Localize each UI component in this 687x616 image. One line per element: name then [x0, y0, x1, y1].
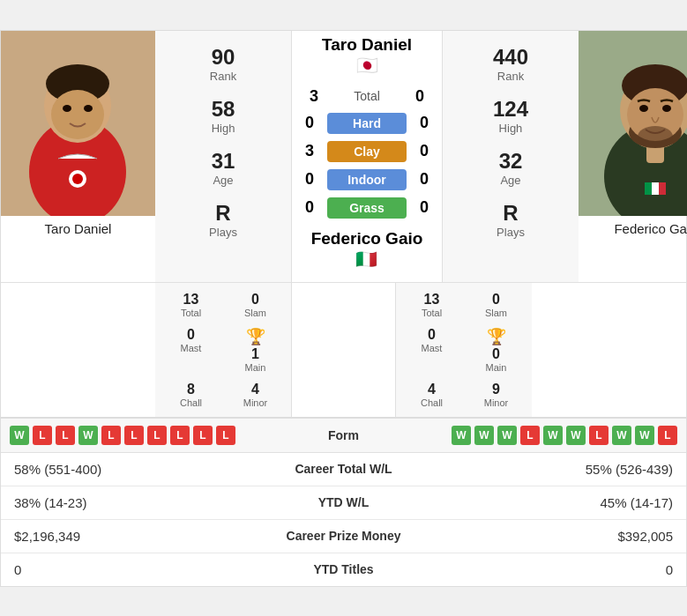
grass-right: 0: [407, 198, 442, 217]
stats-right-2: $392,005: [432, 529, 674, 544]
stats-right-1: 45% (14-17): [432, 495, 674, 510]
stats-row-1: 38% (14-23)YTD W/L45% (14-17): [1, 486, 686, 520]
stats-row-3: 0YTD Titles0: [1, 553, 686, 586]
stats-left-1: 38% (14-23): [14, 495, 256, 510]
stats-left-0: 58% (551-400): [14, 462, 256, 477]
right-stats-column: 440 Rank 124 High 32 Age R Plays: [442, 31, 579, 282]
clay-button: Clay: [327, 141, 407, 162]
stats-row-2: $2,196,349Career Prize Money$392,005: [1, 520, 686, 553]
left-form-badge-9: L: [216, 426, 235, 445]
svg-point-18: [638, 126, 673, 147]
grass-button: Grass: [327, 197, 407, 219]
stats-left-2: $2,196,349: [14, 529, 256, 544]
stats-row-0: 58% (551-400)Career Total W/L55% (526-43…: [1, 453, 686, 486]
left-form-badge-7: L: [170, 426, 190, 445]
grass-row: 0 Grass 0: [292, 197, 442, 219]
clay-left: 3: [292, 142, 327, 160]
stats-table: 58% (551-400)Career Total W/L55% (526-43…: [1, 453, 686, 586]
svg-rect-21: [659, 182, 666, 195]
left-stats-column: 90 Rank 58 High 31 Age R Plays: [155, 31, 292, 282]
total-label: Total: [332, 89, 402, 103]
indoor-left: 0: [292, 170, 327, 189]
left-form-badge-8: L: [193, 426, 213, 445]
right-form-badge-3: L: [520, 426, 540, 445]
right-total-stat: 13 Total: [402, 292, 461, 318]
svg-rect-19: [645, 182, 652, 195]
right-form-badge-4: W: [543, 426, 563, 445]
right-slam-stat: 0 Slam: [467, 292, 526, 318]
right-form-badge-7: W: [612, 426, 631, 445]
svg-point-4: [51, 90, 104, 139]
left-plays-stat: R Plays: [209, 201, 237, 239]
hard-right: 0: [407, 114, 442, 132]
left-minor-stat: 4 Minor: [226, 382, 285, 408]
total-left: 3: [296, 87, 332, 106]
right-sub-photo-spacer: [532, 283, 686, 417]
right-form-badge-0: W: [452, 426, 471, 445]
left-sub-stats: 13 Total 0 Slam 0 Mast 🏆 1 Main: [155, 283, 292, 417]
left-sub-photo-spacer: [1, 283, 155, 417]
svg-point-5: [63, 105, 71, 112]
right-mast-stat: 0 Mast: [402, 327, 461, 373]
left-form-badge-1: L: [33, 426, 52, 445]
right-minor-stat: 9 Minor: [467, 382, 526, 408]
player-comparison: Taro Daniel 90 Rank 58 High 31 Age R Pla…: [1, 31, 686, 282]
right-flag: 🇮🇹: [355, 249, 377, 270]
form-section: WLLWLLLLLL Form WWWLWWLWWL: [1, 419, 686, 453]
grass-left: 0: [292, 198, 327, 217]
left-form: WLLWLLLLLL: [10, 426, 291, 445]
right-main-stat: 🏆 0 Main: [467, 327, 526, 373]
right-form-badge-1: W: [474, 426, 494, 445]
right-form-badge-9: L: [658, 426, 677, 445]
total-right: 0: [402, 87, 437, 106]
svg-point-6: [84, 105, 93, 112]
stats-label-2: Career Prize Money: [256, 529, 432, 543]
left-total-stat: 13 Total: [161, 292, 220, 318]
stats-label-0: Career Total W/L: [256, 462, 432, 476]
middle-column: Taro Daniel 🇯🇵 3 Total 0 0 Hard 0 3 Cl: [292, 31, 442, 282]
left-player-name-below: Taro Daniel: [1, 216, 155, 241]
right-form-badge-8: W: [635, 426, 654, 445]
left-player-photo: Taro Daniel: [1, 31, 155, 282]
svg-point-8: [72, 174, 83, 184]
right-big-name: Federico Gaio: [311, 229, 423, 249]
svg-point-17: [662, 105, 671, 112]
hard-row: 0 Hard 0: [292, 113, 442, 134]
right-form-badge-2: W: [497, 426, 517, 445]
left-rank-stat: 90 Rank: [210, 45, 236, 83]
sub-stats-row: 13 Total 0 Slam 0 Mast 🏆 1 Main: [1, 282, 686, 417]
right-trophy-icon: 🏆: [487, 327, 506, 346]
left-form-badge-2: L: [56, 426, 75, 445]
left-high-stat: 58 High: [212, 97, 235, 135]
right-sub-stats: 13 Total 0 Slam 0 Mast 🏆 0 Main: [395, 283, 532, 417]
right-form-badge-6: L: [589, 426, 609, 445]
clay-right: 0: [407, 142, 442, 160]
left-form-badge-0: W: [10, 426, 29, 445]
left-form-badge-6: L: [147, 426, 167, 445]
stats-right-0: 55% (526-439): [432, 462, 674, 477]
sub-stats-middle-spacer: [292, 283, 395, 417]
right-plays-stat: R Plays: [497, 201, 525, 239]
left-age-stat: 31 Age: [212, 149, 235, 187]
right-player-header: Federico Gaio 🇮🇹: [311, 229, 423, 274]
clay-row: 3 Clay 0: [292, 141, 442, 162]
left-form-badge-4: L: [101, 426, 121, 445]
svg-rect-20: [652, 182, 659, 195]
right-form: WWWLWWLWWL: [397, 426, 678, 445]
stats-left-3: 0: [14, 562, 256, 577]
left-big-name: Taro Daniel: [322, 35, 412, 55]
left-player-header: Taro Daniel 🇯🇵: [322, 35, 412, 80]
left-slam-stat: 0 Slam: [226, 292, 285, 318]
hard-button: Hard: [327, 113, 407, 134]
main-container: Taro Daniel 90 Rank 58 High 31 Age R Pla…: [0, 30, 687, 587]
right-player-photo: Federico Gaio: [579, 31, 687, 282]
right-rank-stat: 440 Rank: [493, 45, 528, 83]
hard-left: 0: [292, 114, 327, 132]
right-form-badge-5: W: [566, 426, 586, 445]
svg-point-16: [639, 105, 648, 112]
stats-label-1: YTD W/L: [256, 495, 432, 509]
left-form-badge-3: W: [78, 426, 98, 445]
left-flag: 🇯🇵: [356, 55, 378, 76]
left-mast-stat: 0 Mast: [161, 327, 220, 373]
form-label: Form: [291, 428, 397, 442]
